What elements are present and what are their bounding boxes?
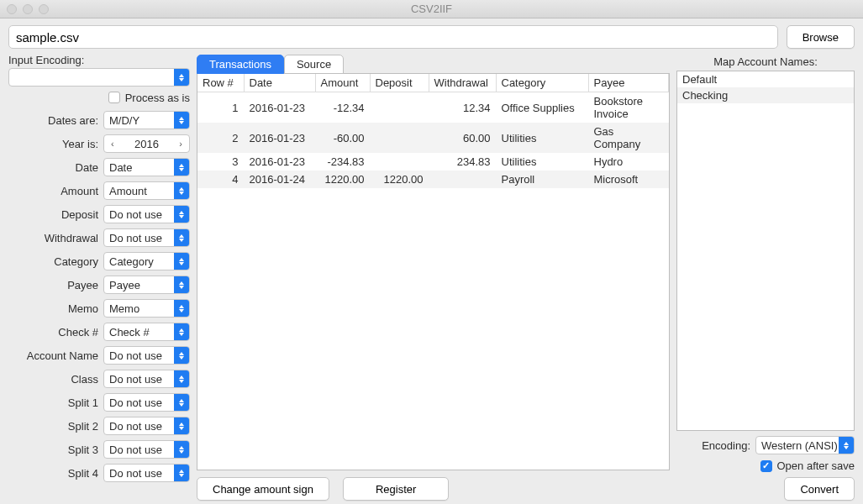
tab-source[interactable]: Source bbox=[284, 55, 344, 74]
minimize-icon[interactable] bbox=[23, 4, 33, 14]
chevron-updown-icon bbox=[174, 347, 189, 364]
chevron-updown-icon bbox=[174, 206, 189, 223]
col-deposit[interactable]: Deposit bbox=[370, 74, 429, 92]
convert-button[interactable]: Convert bbox=[784, 477, 855, 501]
split2-select[interactable]: Do not use bbox=[103, 417, 190, 435]
col-row[interactable]: Row # bbox=[197, 74, 244, 92]
tab-transactions[interactable]: Transactions bbox=[197, 55, 284, 74]
window-title: CSV2IIF bbox=[411, 3, 452, 15]
chevron-updown-icon bbox=[174, 417, 189, 434]
output-encoding-label: Encoding: bbox=[702, 439, 750, 452]
transactions-table[interactable]: Row # Date Amount Deposit Withdrawal Cat… bbox=[197, 73, 670, 470]
split3-select[interactable]: Do not use bbox=[103, 440, 190, 459]
change-amount-sign-button[interactable]: Change amount sign bbox=[197, 477, 329, 501]
class-select[interactable]: Do not use bbox=[103, 370, 190, 388]
chevron-updown-icon bbox=[174, 441, 189, 458]
chevron-updown-icon bbox=[174, 323, 189, 340]
chevron-updown-icon bbox=[174, 300, 189, 317]
dates-are-select[interactable]: M/D/Y bbox=[103, 111, 190, 129]
withdrawal-select[interactable]: Do not use bbox=[103, 228, 190, 247]
titlebar: CSV2IIF bbox=[0, 0, 863, 18]
chevron-left-icon[interactable]: ‹ bbox=[106, 139, 119, 149]
col-withdrawal[interactable]: Withdrawal bbox=[429, 74, 496, 92]
account-name-select[interactable]: Do not use bbox=[103, 346, 190, 365]
col-amount[interactable]: Amount bbox=[315, 74, 370, 92]
col-category[interactable]: Category bbox=[496, 74, 588, 92]
close-icon[interactable] bbox=[7, 4, 17, 14]
date-select[interactable]: Date bbox=[103, 158, 190, 176]
chevron-updown-icon bbox=[174, 159, 189, 176]
input-encoding-label: Input Encoding: bbox=[8, 54, 190, 66]
browse-button[interactable]: Browse bbox=[787, 25, 855, 49]
memo-select[interactable]: Memo bbox=[103, 299, 190, 318]
chevron-updown-icon bbox=[174, 229, 189, 246]
open-after-save-label: Open after save bbox=[777, 459, 855, 472]
list-item[interactable]: Checking bbox=[677, 87, 854, 103]
map-account-names-label: Map Account Names: bbox=[676, 54, 855, 71]
chevron-updown-icon bbox=[174, 253, 189, 270]
register-button[interactable]: Register bbox=[343, 477, 449, 501]
chevron-updown-icon bbox=[839, 437, 854, 454]
zoom-icon[interactable] bbox=[39, 4, 49, 14]
input-encoding-select[interactable] bbox=[8, 68, 190, 87]
year-stepper[interactable]: ‹ 2016 › bbox=[103, 134, 190, 153]
account-names-list[interactable]: Default Checking bbox=[676, 71, 855, 431]
payee-select[interactable]: Payee bbox=[103, 276, 190, 294]
split1-select[interactable]: Do not use bbox=[103, 393, 190, 412]
process-as-is-checkbox[interactable] bbox=[108, 92, 120, 103]
chevron-right-icon[interactable]: › bbox=[174, 139, 187, 149]
process-as-is-label: Process as is bbox=[125, 92, 190, 104]
chevron-updown-icon bbox=[174, 69, 189, 86]
deposit-select[interactable]: Do not use bbox=[103, 205, 190, 223]
chevron-updown-icon bbox=[174, 465, 189, 481]
checknum-select[interactable]: Check # bbox=[103, 323, 190, 341]
chevron-updown-icon bbox=[174, 276, 189, 293]
list-item[interactable]: Default bbox=[677, 71, 854, 87]
table-row[interactable]: 12016-01-23-12.3412.34Office SuppliesBoo… bbox=[197, 92, 669, 123]
chevron-updown-icon bbox=[174, 394, 189, 411]
chevron-updown-icon bbox=[174, 182, 189, 199]
split4-select[interactable]: Do not use bbox=[103, 464, 190, 482]
window-controls[interactable] bbox=[7, 4, 49, 14]
col-payee[interactable]: Payee bbox=[588, 74, 669, 92]
table-row[interactable]: 32016-01-23-234.83234.83UtilitiesHydro bbox=[197, 153, 669, 171]
amount-select[interactable]: Amount bbox=[103, 181, 190, 200]
output-encoding-select[interactable]: Western (ANSI) bbox=[755, 436, 855, 454]
table-row[interactable]: 42016-01-241220.001220.00PayrollMicrosof… bbox=[197, 171, 669, 188]
chevron-updown-icon bbox=[174, 112, 189, 129]
open-after-save-checkbox[interactable] bbox=[760, 460, 772, 472]
file-path-input[interactable] bbox=[8, 25, 778, 49]
chevron-updown-icon bbox=[174, 370, 189, 387]
col-date[interactable]: Date bbox=[244, 74, 315, 92]
category-select[interactable]: Category bbox=[103, 252, 190, 270]
table-row[interactable]: 22016-01-23-60.0060.00UtilitiesGas Compa… bbox=[197, 123, 669, 153]
